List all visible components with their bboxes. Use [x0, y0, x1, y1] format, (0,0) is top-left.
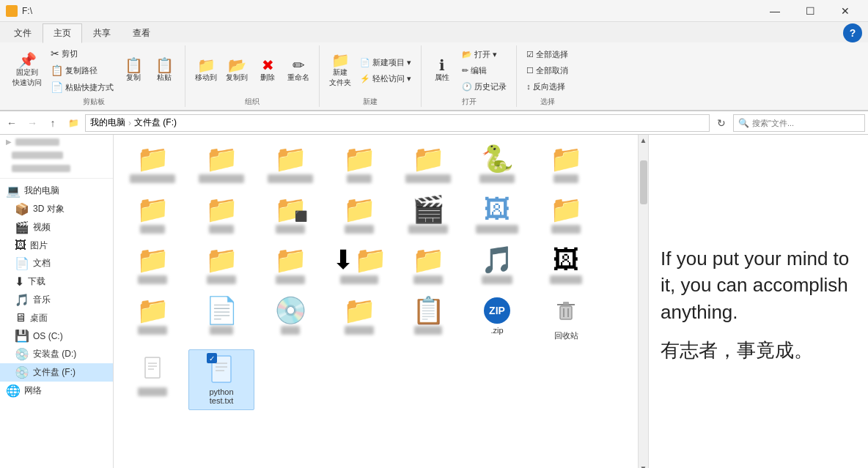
tab-share[interactable]: 共享: [82, 23, 122, 42]
sidebar-item-3d[interactable]: 📦 3D 对象: [0, 200, 113, 218]
move-to-button[interactable]: 📁 移动到: [191, 56, 221, 85]
select-all-button[interactable]: ☑ 全部选择: [523, 47, 572, 62]
list-item[interactable]: 📁 folder17: [257, 242, 323, 289]
new-folder-button[interactable]: 📁 新建文件夹: [326, 51, 355, 90]
list-item[interactable]: 📁 folder22: [119, 292, 185, 346]
new-item-button[interactable]: 📄 新建项目 ▾: [356, 55, 415, 70]
recycle-icon: [553, 297, 579, 328]
svg-rect-0: [560, 306, 572, 319]
recycle-bin-item[interactable]: 回收站: [533, 292, 599, 346]
sidebar-item-docs[interactable]: 📄 文档: [0, 254, 113, 272]
sidebar-item-c[interactable]: 💾 OS (C:): [0, 327, 113, 345]
sidebar-item-network[interactable]: 🌐 网络: [0, 382, 113, 400]
sidebar-item-music[interactable]: 🎵 音乐: [0, 291, 113, 309]
open-button[interactable]: 📂 打开 ▾: [458, 47, 510, 62]
3d-icon: 📦: [15, 202, 29, 216]
scroll-down-button[interactable]: ▼: [640, 463, 647, 468]
refresh-button[interactable]: ↻: [713, 114, 730, 132]
move-icon: 📁: [197, 58, 216, 73]
paste-shortcut-button[interactable]: 📄 粘贴快捷方式: [47, 79, 117, 95]
open-col: 📂 打开 ▾ ✏ 编辑 🕐 历史记录: [458, 47, 510, 94]
list-item[interactable]: 💿 disc1: [257, 292, 323, 346]
list-item[interactable]: 📁 folder16: [188, 242, 254, 289]
list-item[interactable]: 📁 folder19: [395, 242, 461, 289]
list-item[interactable]: 📁 folder1name: [119, 141, 185, 188]
folder-icon: 📁: [274, 146, 307, 172]
sidebar-label-desktop: 桌面: [30, 312, 48, 324]
search-icon: 🔍: [738, 118, 749, 128]
rename-button[interactable]: ✏ 重命名: [284, 56, 313, 85]
list-item[interactable]: ZIP .zip: [464, 292, 530, 346]
sidebar-item-d[interactable]: 💿 安装盘 (D:): [0, 345, 113, 363]
list-item[interactable]: 📁⬛ folder10: [257, 191, 323, 239]
delete-button[interactable]: ✖ 删除: [253, 56, 282, 85]
list-item[interactable]: 📁 folder15: [119, 242, 185, 289]
list-item[interactable]: 🎬 videofolder: [395, 191, 461, 239]
tab-view[interactable]: 查看: [122, 23, 161, 42]
list-item[interactable]: 🐍 pythonfile: [464, 141, 530, 188]
list-item[interactable]: 📁 folder7: [533, 141, 599, 188]
sidebar-item-blur1[interactable]: ▶: [0, 135, 113, 149]
help-button[interactable]: ?: [843, 23, 862, 42]
edit-button[interactable]: ✏ 编辑: [458, 63, 510, 78]
maximize-button[interactable]: ☐: [793, 0, 827, 22]
up-button[interactable]: ↑: [44, 114, 62, 132]
pin-to-quick-access-button[interactable]: 📌 固定到快速访问: [9, 51, 45, 90]
list-item[interactable]: 📁 folder5name: [395, 141, 461, 188]
list-item[interactable]: 📁 folder14: [533, 191, 599, 239]
quote-panel: If you put your mind to it, you can acco…: [648, 135, 868, 468]
folder-icon: 📁: [136, 247, 169, 273]
forward-button[interactable]: →: [23, 114, 41, 132]
deselect-all-button[interactable]: ☐ 全部取消: [523, 63, 572, 78]
list-item[interactable]: 🖼 imagefolder: [464, 191, 530, 239]
sidebar-item-blur2[interactable]: [0, 149, 113, 162]
cut-button[interactable]: ✂ 剪切: [47, 45, 117, 62]
sidebar-item-f[interactable]: 💿 文件盘 (F:): [0, 363, 113, 382]
list-item[interactable]: 📁 folder25: [326, 292, 392, 346]
ribbon-content: 📌 固定到快速访问 ✂ 剪切 📋 复制路径 📄 粘贴快捷方式: [0, 42, 868, 111]
search-input[interactable]: [752, 119, 860, 127]
python-txt-item[interactable]: ✓ python test.txt: [188, 349, 254, 410]
close-button[interactable]: ✕: [828, 0, 862, 22]
sidebar-item-downloads[interactable]: ⬇ 下载: [0, 272, 113, 291]
list-item[interactable]: 📁 folder3name: [257, 141, 323, 188]
address-path[interactable]: 我的电脑 › 文件盘 (F:): [85, 114, 710, 132]
sidebar-item-desktop[interactable]: 🖥 桌面: [0, 309, 113, 327]
list-item[interactable]: ⬇📁 downloads: [326, 242, 392, 289]
list-item[interactable]: 📁 folder4: [326, 141, 392, 188]
list-item[interactable]: 📋 blurfile1: [395, 292, 461, 346]
copy-to-button[interactable]: 📂 复制到: [222, 56, 251, 85]
history-button[interactable]: 🕐 历史记录: [458, 79, 510, 94]
scrollbar[interactable]: ▲ ▼: [638, 135, 648, 468]
copy-button[interactable]: 📋 复制: [119, 56, 148, 85]
list-item[interactable]: 🖼 imagefile: [533, 242, 599, 289]
minimize-button[interactable]: —: [758, 0, 792, 22]
list-item[interactable]: 📁 folder11: [326, 191, 392, 239]
scrollbar-thumb[interactable]: [640, 160, 647, 204]
sidebar-item-pictures[interactable]: 🖼 图片: [0, 237, 113, 254]
file-name: folder15: [138, 275, 167, 284]
title-bar-icon: [6, 5, 18, 17]
properties-button[interactable]: ℹ 属性: [427, 56, 457, 85]
list-item[interactable]: 📁 folder8: [119, 191, 185, 239]
invert-selection-button[interactable]: ↕ 反向选择: [523, 79, 572, 94]
easy-access-button[interactable]: ⚡ 轻松访问 ▾: [356, 71, 415, 86]
list-item[interactable]: 🎵 musicfile: [464, 242, 530, 289]
list-item[interactable]: 📄 docfile: [188, 292, 254, 346]
copy-path-button[interactable]: 📋 复制路径: [47, 62, 117, 78]
folder-icon: 📁: [136, 297, 169, 324]
tab-file[interactable]: 文件: [3, 23, 43, 42]
sidebar-item-video[interactable]: 🎬 视频: [0, 218, 113, 237]
main-layout: ▶ 💻 我的电脑 📦 3D 对象 🎬 视频 🖼 图片: [0, 135, 868, 468]
list-item[interactable]: 📁 folder2name: [188, 141, 254, 188]
back-button[interactable]: ←: [3, 114, 21, 132]
scroll-up-button[interactable]: ▲: [640, 135, 647, 146]
paste-button[interactable]: 📋 粘贴: [150, 56, 179, 85]
tab-home[interactable]: 主页: [43, 23, 82, 43]
search-box[interactable]: 🔍: [733, 114, 865, 132]
blank-file-item[interactable]: blankfile: [119, 349, 185, 410]
file-name: blankfile: [138, 387, 167, 396]
sidebar-item-mypc[interactable]: 💻 我的电脑: [0, 182, 113, 200]
list-item[interactable]: 📁 folder9: [188, 191, 254, 239]
sidebar-item-blur3[interactable]: [0, 162, 113, 175]
